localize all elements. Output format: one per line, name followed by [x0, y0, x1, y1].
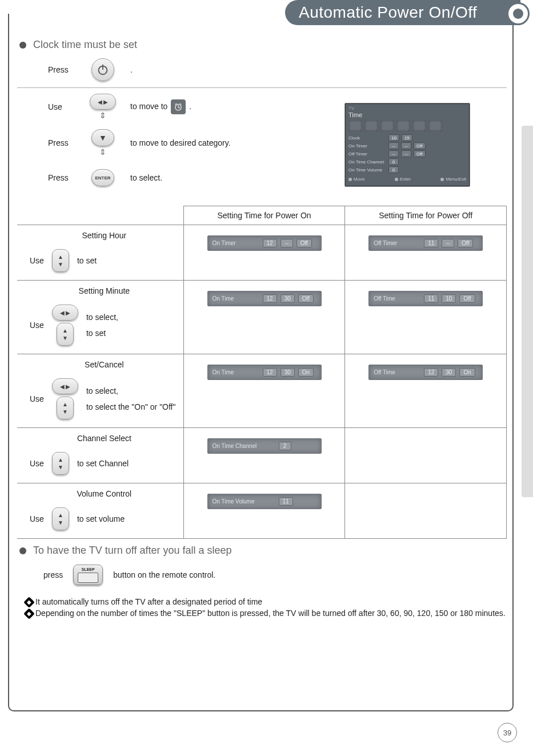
osd-on-time-strip: On Time 12 30 On [207, 365, 322, 380]
header-circle-icon [507, 2, 530, 25]
row-title: Channel Select [30, 434, 179, 443]
sleep-section: To have the TV turn off after you fall a… [17, 545, 507, 619]
down-arrow-icon: ⇕ [99, 111, 106, 120]
step-row: Press . [17, 53, 507, 86]
row-title: Setting Hour [30, 231, 179, 240]
bullet-icon [19, 547, 26, 554]
step-verb: Press [17, 65, 80, 74]
time-menu-icon [171, 99, 186, 114]
table-row: Channel Select Use ▲▼ to set Channel On … [17, 428, 507, 483]
side-tab [522, 126, 533, 497]
down-arrow-icon: ⇕ [99, 147, 106, 157]
bullet-icon [19, 42, 26, 49]
up-down-button-icon: ▲▼ [52, 452, 69, 475]
up-down-button-icon: ▲▼ [52, 507, 69, 530]
step-text: . [126, 65, 507, 74]
left-right-buttons-icon: ◀ ▶ [52, 378, 78, 394]
down-button-icon: ▼ [91, 129, 114, 146]
section-clock-title: Clock time must be set [33, 39, 137, 51]
step-verb: Use [17, 102, 80, 111]
up-down-button-icon: ▲▼ [57, 323, 74, 346]
menu-icon [412, 120, 426, 131]
osd-on-time-volume-strip: On Time Volume 11 [207, 494, 322, 509]
col-power-on: Setting Time for Power On [183, 206, 345, 225]
menu-icon [380, 120, 394, 131]
osd-title: Time [348, 111, 466, 118]
page-content: Clock time must be set Press . Use ◀ ▶ ⇕… [17, 34, 507, 705]
sleep-button-icon: SLEEP [73, 565, 103, 585]
sleep-notes: ◆ It automatically turns off the TV afte… [17, 593, 507, 619]
diamond-bullet-icon: ◆ [23, 597, 35, 608]
osd-on-time-channel-strip: On Time Channel 2 [207, 438, 322, 454]
row-title: Set/Cancel [30, 360, 179, 369]
osd-off-time-strip: Off Time 11 10 Off [368, 291, 483, 306]
menu-icon [364, 120, 378, 131]
row-title: Volume Control [30, 489, 179, 498]
section-sleep-title: To have the TV turn off after you fall a… [33, 545, 232, 557]
left-right-buttons-icon: ◀ ▶ [90, 94, 116, 110]
page-title: Automatic Power On/Off [285, 0, 520, 25]
osd-off-time-strip: Off Time 12 30 On [368, 365, 483, 380]
header-banner: Automatic Power On/Off [0, 0, 533, 27]
row-title: Setting Minute [30, 286, 179, 295]
osd-on-time-strip: On Time 12 30 Off [207, 291, 322, 306]
osd-small-title: TV [348, 106, 466, 111]
page-number: 39 [498, 723, 517, 742]
menu-icon [348, 120, 362, 131]
osd-on-timer-strip: On Timer 12 -- Off [207, 235, 322, 251]
up-down-button-icon: ▲▼ [57, 397, 74, 419]
power-button-icon [91, 58, 114, 81]
section-clock-heading: Clock time must be set [19, 39, 507, 51]
table-row: Setting Minute Use ◀ ▶ ▲▼ to select, to … [17, 281, 507, 354]
table-row: Volume Control Use ▲▼ to set volume On T… [17, 483, 507, 539]
section-sleep-heading: To have the TV turn off after you fall a… [19, 545, 507, 557]
enter-button-icon: ENTER [91, 169, 114, 186]
menu-icon [428, 120, 442, 131]
table-row: Setting Hour Use ▲▼ to set On Timer 12 -… [17, 225, 507, 281]
diamond-bullet-icon: ◆ [23, 608, 35, 619]
osd-time-menu: TV Time Clock 10 15 On Timer -- -- Off O… [344, 103, 470, 187]
svg-rect-1 [102, 65, 103, 70]
up-down-button-icon: ▲▼ [52, 249, 69, 272]
menu-icon [396, 120, 410, 131]
left-right-buttons-icon: ◀ ▶ [52, 305, 78, 321]
sleep-press-label: press [43, 570, 63, 579]
table-row: Set/Cancel Use ◀ ▶ ▲▼ to select, to sele… [17, 354, 507, 428]
col-power-off: Setting Time for Power Off [345, 206, 507, 225]
osd-menu-icons [348, 120, 466, 131]
step-verb: Press [17, 173, 80, 182]
step-verb: Press [17, 138, 80, 147]
settings-table: Setting Time for Power On Setting Time f… [17, 206, 507, 539]
sleep-after-text: button on the remote control. [113, 570, 215, 579]
osd-off-timer-strip: Off Timer 11 -- Off [368, 235, 483, 251]
